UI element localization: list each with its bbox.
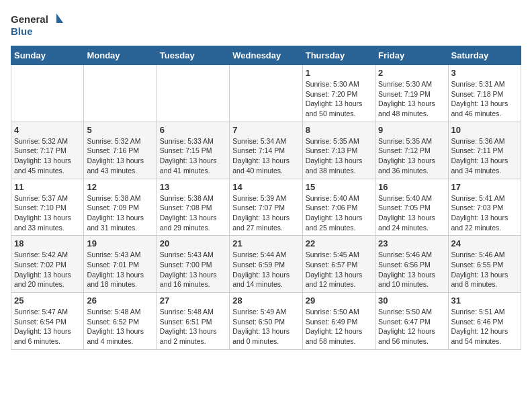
day-number: 3 [451,68,518,78]
day-number: 13 [160,182,226,192]
day-number: 8 [306,125,372,135]
calendar-cell: 14Sunrise: 5:39 AMSunset: 7:07 PMDayligh… [230,179,302,236]
calendar-cell: 19Sunrise: 5:43 AMSunset: 7:01 PMDayligh… [84,236,157,293]
day-info: Sunrise: 5:46 AMSunset: 6:55 PMDaylight:… [451,250,518,289]
day-info: Sunrise: 5:43 AMSunset: 7:00 PMDaylight:… [160,250,226,289]
calendar-cell: 17Sunrise: 5:41 AMSunset: 7:03 PMDayligh… [448,179,521,236]
weekday-header-sunday: Sunday [11,46,84,65]
day-info: Sunrise: 5:48 AMSunset: 6:51 PMDaylight:… [160,307,226,347]
day-number: 9 [378,125,445,135]
logo: General Blue [11,11,64,40]
calendar-cell: 27Sunrise: 5:48 AMSunset: 6:51 PMDayligh… [157,293,229,350]
calendar-cell: 30Sunrise: 5:50 AMSunset: 6:47 PMDayligh… [375,293,448,350]
day-number: 15 [306,182,372,192]
logo-svg: General Blue [11,11,64,40]
day-info: Sunrise: 5:50 AMSunset: 6:49 PMDaylight:… [306,307,372,347]
day-info: Sunrise: 5:34 AMSunset: 7:14 PMDaylight:… [232,136,299,176]
day-number: 2 [378,68,445,78]
day-number: 1 [306,68,372,78]
day-number: 25 [14,295,81,306]
day-info: Sunrise: 5:37 AMSunset: 7:10 PMDaylight:… [14,193,81,233]
day-info: Sunrise: 5:35 AMSunset: 7:12 PMDaylight:… [378,136,445,176]
day-info: Sunrise: 5:45 AMSunset: 6:57 PMDaylight:… [306,250,372,289]
calendar-cell [157,65,229,122]
day-number: 7 [232,125,299,135]
day-number: 22 [306,238,372,248]
calendar-cell: 15Sunrise: 5:40 AMSunset: 7:06 PMDayligh… [302,179,375,236]
day-info: Sunrise: 5:30 AMSunset: 7:20 PMDaylight:… [306,79,372,119]
day-info: Sunrise: 5:38 AMSunset: 7:09 PMDaylight:… [87,193,153,233]
calendar-cell: 9Sunrise: 5:35 AMSunset: 7:12 PMDaylight… [375,122,448,179]
weekday-header-saturday: Saturday [448,46,521,65]
calendar-cell: 20Sunrise: 5:43 AMSunset: 7:00 PMDayligh… [157,236,229,293]
day-info: Sunrise: 5:46 AMSunset: 6:56 PMDaylight:… [378,250,445,289]
day-info: Sunrise: 5:44 AMSunset: 6:59 PMDaylight:… [232,250,299,289]
day-number: 29 [306,295,372,306]
day-info: Sunrise: 5:50 AMSunset: 6:47 PMDaylight:… [378,307,445,347]
calendar-cell: 8Sunrise: 5:35 AMSunset: 7:13 PMDaylight… [302,122,375,179]
week-row-4: 18Sunrise: 5:42 AMSunset: 7:02 PMDayligh… [11,236,521,293]
day-info: Sunrise: 5:51 AMSunset: 6:46 PMDaylight:… [451,307,518,347]
svg-marker-2 [56,13,63,23]
day-number: 23 [378,238,445,248]
weekday-header-friday: Friday [375,46,448,65]
calendar-cell: 16Sunrise: 5:40 AMSunset: 7:05 PMDayligh… [375,179,448,236]
day-number: 14 [232,182,299,192]
day-number: 19 [87,238,153,248]
day-number: 11 [14,182,81,192]
calendar-cell: 6Sunrise: 5:33 AMSunset: 7:15 PMDaylight… [157,122,229,179]
day-number: 4 [14,125,81,135]
day-info: Sunrise: 5:43 AMSunset: 7:01 PMDaylight:… [87,250,153,289]
calendar-cell: 3Sunrise: 5:31 AMSunset: 7:18 PMDaylight… [448,65,521,122]
calendar-cell: 2Sunrise: 5:30 AMSunset: 7:19 PMDaylight… [375,65,448,122]
weekday-header-wednesday: Wednesday [230,46,302,65]
day-number: 30 [378,295,445,306]
day-number: 5 [87,125,153,135]
calendar-cell: 5Sunrise: 5:32 AMSunset: 7:16 PMDaylight… [84,122,157,179]
calendar-cell: 24Sunrise: 5:46 AMSunset: 6:55 PMDayligh… [448,236,521,293]
calendar-cell: 4Sunrise: 5:32 AMSunset: 7:17 PMDaylight… [11,122,84,179]
svg-text:General: General [11,13,48,25]
day-number: 28 [232,295,299,306]
day-info: Sunrise: 5:30 AMSunset: 7:19 PMDaylight:… [378,79,445,119]
day-info: Sunrise: 5:31 AMSunset: 7:18 PMDaylight:… [451,79,518,119]
calendar-cell [11,65,84,122]
calendar-cell: 21Sunrise: 5:44 AMSunset: 6:59 PMDayligh… [230,236,302,293]
calendar-cell: 29Sunrise: 5:50 AMSunset: 6:49 PMDayligh… [302,293,375,350]
header: General Blue [11,11,521,40]
calendar-cell: 7Sunrise: 5:34 AMSunset: 7:14 PMDaylight… [230,122,302,179]
day-info: Sunrise: 5:33 AMSunset: 7:15 PMDaylight:… [160,136,226,176]
weekday-header-monday: Monday [84,46,157,65]
day-info: Sunrise: 5:32 AMSunset: 7:16 PMDaylight:… [87,136,153,176]
weekday-header-thursday: Thursday [302,46,375,65]
week-row-5: 25Sunrise: 5:47 AMSunset: 6:54 PMDayligh… [11,293,521,350]
day-info: Sunrise: 5:42 AMSunset: 7:02 PMDaylight:… [14,250,81,289]
day-number: 24 [451,238,518,248]
day-info: Sunrise: 5:48 AMSunset: 6:52 PMDaylight:… [87,307,153,347]
day-number: 6 [160,125,226,135]
calendar-cell [84,65,157,122]
day-info: Sunrise: 5:39 AMSunset: 7:07 PMDaylight:… [232,193,299,233]
week-row-2: 4Sunrise: 5:32 AMSunset: 7:17 PMDaylight… [11,122,521,179]
day-number: 16 [378,182,445,192]
day-info: Sunrise: 5:40 AMSunset: 7:06 PMDaylight:… [306,193,372,233]
day-number: 12 [87,182,153,192]
calendar-cell: 25Sunrise: 5:47 AMSunset: 6:54 PMDayligh… [11,293,84,350]
calendar: SundayMondayTuesdayWednesdayThursdayFrid… [11,46,521,350]
day-info: Sunrise: 5:49 AMSunset: 6:50 PMDaylight:… [232,307,299,347]
calendar-body: 1Sunrise: 5:30 AMSunset: 7:20 PMDaylight… [11,65,521,350]
day-info: Sunrise: 5:32 AMSunset: 7:17 PMDaylight:… [14,136,81,176]
week-row-3: 11Sunrise: 5:37 AMSunset: 7:10 PMDayligh… [11,179,521,236]
day-info: Sunrise: 5:40 AMSunset: 7:05 PMDaylight:… [378,193,445,233]
calendar-cell: 1Sunrise: 5:30 AMSunset: 7:20 PMDaylight… [302,65,375,122]
day-number: 21 [232,238,299,248]
day-info: Sunrise: 5:35 AMSunset: 7:13 PMDaylight:… [306,136,372,176]
calendar-cell: 28Sunrise: 5:49 AMSunset: 6:50 PMDayligh… [230,293,302,350]
weekday-header-tuesday: Tuesday [157,46,229,65]
calendar-cell: 13Sunrise: 5:38 AMSunset: 7:08 PMDayligh… [157,179,229,236]
calendar-cell: 22Sunrise: 5:45 AMSunset: 6:57 PMDayligh… [302,236,375,293]
week-row-1: 1Sunrise: 5:30 AMSunset: 7:20 PMDaylight… [11,65,521,122]
calendar-cell [230,65,302,122]
day-number: 26 [87,295,153,306]
day-number: 31 [451,295,518,306]
